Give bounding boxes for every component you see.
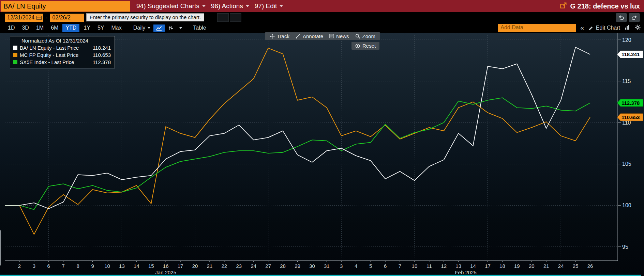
period-dropdown[interactable]: Daily xyxy=(131,24,153,32)
x-tick-label: 14 xyxy=(470,263,476,269)
chart-annotate-icon[interactable] xyxy=(625,25,630,31)
x-tick-label: 30 xyxy=(309,263,315,269)
range-1y[interactable]: 1Y xyxy=(80,24,93,32)
annotate-button[interactable]: Annotate xyxy=(293,33,326,39)
x-tick-label: 2 xyxy=(18,263,21,269)
reset-zoom-button[interactable]: Reset xyxy=(351,42,379,50)
x-tick-label: 25 xyxy=(573,263,579,269)
x-tick-label: 16 xyxy=(163,263,169,269)
legend-entry-ba-ln[interactable]: BA/ LN Equity - Last Price 118.241 xyxy=(13,44,111,51)
menu-suggested-charts[interactable]: 94) Suggested Charts xyxy=(136,2,206,10)
annotate-icon xyxy=(296,34,301,38)
x-tick-label: 24 xyxy=(251,263,256,269)
x-tick-label: 27 xyxy=(265,263,271,269)
date-to-field[interactable]: 02/26/2 xyxy=(50,14,84,22)
price-callout-label: 110.653 xyxy=(621,114,640,120)
range-6m[interactable]: 6M xyxy=(48,24,61,32)
x-tick-label: 7 xyxy=(399,263,401,269)
series-line-0[interactable] xyxy=(5,47,590,209)
chart-overlay-toolbar: Track Annotate News Zoom xyxy=(265,32,380,40)
window-title: G 218: defence vs lux xyxy=(570,2,640,10)
pencil-icon xyxy=(588,26,594,31)
x-tick-label: 7 xyxy=(62,263,65,269)
line-chart-icon xyxy=(156,26,162,31)
date-from-field[interactable]: 12/31/2024 xyxy=(5,14,43,22)
y-tick-label: 105 xyxy=(622,161,631,167)
y-tick-label: 100 xyxy=(622,202,631,208)
chevron-down-icon xyxy=(148,27,150,29)
settings-gear-icon[interactable] xyxy=(635,25,641,32)
x-tick-label: 3 xyxy=(33,263,35,269)
price-callout-label: 118.241 xyxy=(621,51,640,57)
legend-entry-mc-fp[interactable]: MC FP Equity - Last Price 110.653 xyxy=(13,51,111,59)
compare-tool-button[interactable] xyxy=(166,24,176,32)
add-data-input[interactable]: Add Data xyxy=(498,24,576,32)
bottom-accent-bar xyxy=(0,275,641,276)
chart-area: 9510010511011512023678910131415161720212… xyxy=(0,33,644,276)
chart-type-dropdown[interactable] xyxy=(177,26,184,30)
range-ytd[interactable]: YTD xyxy=(62,24,79,32)
zoom-button[interactable]: Zoom xyxy=(352,33,378,39)
x-tick-label: 24 xyxy=(558,263,564,269)
menu-actions[interactable]: 96) Actions xyxy=(211,2,249,10)
x-tick-label: 29 xyxy=(295,263,300,269)
x-tick-label: 8 xyxy=(76,263,79,269)
menu-label: 97) Edit xyxy=(255,2,277,10)
legend-entry-sx5e[interactable]: SX5E Index - Last Price 112.378 xyxy=(13,59,111,66)
toolbar-field-stub[interactable] xyxy=(230,13,241,22)
range-1d[interactable]: 1D xyxy=(5,24,18,32)
x-tick-label: 13 xyxy=(455,263,461,269)
crosshair-icon xyxy=(270,34,275,39)
menu-label: 96) Actions xyxy=(211,2,243,10)
series-line-1[interactable] xyxy=(5,48,590,234)
range-1m[interactable]: 1M xyxy=(33,24,47,32)
menu-edit[interactable]: 97) Edit xyxy=(255,2,283,10)
x-tick-label: 18 xyxy=(499,263,505,269)
table-view-button[interactable]: Table xyxy=(190,24,209,32)
up-down-arrows-icon xyxy=(168,25,174,31)
calendar-icon[interactable] xyxy=(36,15,42,20)
y-tick-label: 120 xyxy=(622,37,631,43)
news-button[interactable]: News xyxy=(326,33,352,39)
x-tick-label: 19 xyxy=(514,263,520,269)
reset-target-icon xyxy=(355,44,360,48)
series-swatch xyxy=(13,60,17,64)
undo-button[interactable] xyxy=(616,13,627,22)
range-3d[interactable]: 3D xyxy=(19,24,32,32)
x-tick-label: 31 xyxy=(324,263,330,269)
chevron-down-icon xyxy=(202,5,206,7)
x-tick-label: 20 xyxy=(529,263,535,269)
x-tick-label: 17 xyxy=(178,263,183,269)
x-tick-label: 23 xyxy=(236,263,242,269)
x-tick-label: 10 xyxy=(104,263,110,269)
magnifier-icon xyxy=(355,34,360,39)
x-tick-label: 15 xyxy=(148,263,154,269)
chart-settings-row: 12/31/2024 - 02/26/2 Enter the primary s… xyxy=(0,12,644,23)
menu-label: 94) Suggested Charts xyxy=(136,2,199,10)
toolbar-field-stub[interactable] xyxy=(217,13,229,22)
price-chart-canvas[interactable]: 9510010511011512023678910131415161720212… xyxy=(0,33,644,276)
chevron-down-icon xyxy=(179,27,182,29)
x-tick-label: 6 xyxy=(384,263,387,269)
track-button[interactable]: Track xyxy=(267,33,293,39)
range-max[interactable]: Max xyxy=(108,24,125,32)
left-edge-strip xyxy=(0,230,1,265)
line-chart-type-button[interactable] xyxy=(153,25,165,32)
redo-button[interactable] xyxy=(629,13,640,22)
chevron-down-icon xyxy=(246,5,249,7)
pop-out-icon[interactable] xyxy=(560,2,567,10)
y-tick-label: 95 xyxy=(622,244,628,250)
x-tick-label: 28 xyxy=(280,263,286,269)
chart-legend: Normalized As Of 12/31/2024 BA/ LN Equit… xyxy=(10,36,115,68)
x-tick-label: 12 xyxy=(441,263,447,269)
x-tick-label: 21 xyxy=(207,263,213,269)
security-input[interactable] xyxy=(1,1,130,12)
y-tick-label: 115 xyxy=(622,78,631,84)
collapse-panel-button[interactable]: « xyxy=(580,24,584,32)
bloomberg-chart-window: 94) Suggested Charts 96) Actions 97) Edi… xyxy=(0,0,644,276)
series-line-2[interactable] xyxy=(5,98,590,209)
x-tick-label: 22 xyxy=(222,263,227,269)
price-callout-label: 112.378 xyxy=(621,100,640,106)
edit-chart-button[interactable]: Edit Chart xyxy=(588,25,620,31)
range-5y[interactable]: 5Y xyxy=(94,24,107,32)
